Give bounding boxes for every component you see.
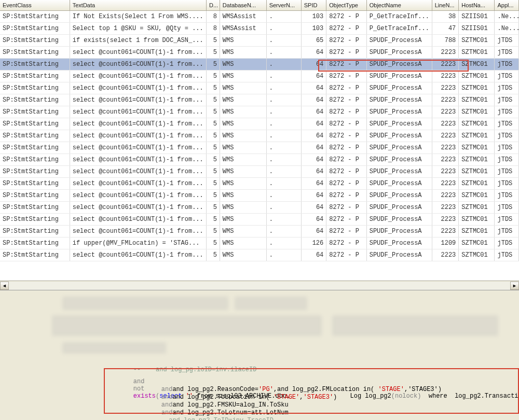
cell-LineNumber: 2223: [432, 189, 459, 201]
cell-LineNumber: 2223: [432, 213, 459, 225]
table-row[interactable]: SP:StmtStartingselect @count061=COUNT(1)…: [0, 225, 519, 237]
sql-line-6: --and log_pg2.ToID=inv.TraceID: [146, 410, 274, 420]
column-header-SPID[interactable]: SPID: [301, 0, 326, 10]
cell-HostName: SZTMC01: [459, 165, 495, 177]
cell-HostName: SZTMC01: [459, 130, 495, 142]
column-header-D[interactable]: D...: [207, 0, 220, 10]
table-row[interactable]: SP:StmtStartingselect @count061=COUNT(1)…: [0, 70, 519, 82]
column-header-DatabaseName[interactable]: DatabaseN...: [220, 0, 266, 10]
cell-DatabaseName: WMS: [220, 82, 266, 94]
column-header-EventClass[interactable]: EventClass: [0, 0, 70, 10]
cell-ObjectName: SPUDF_ProcessA: [366, 106, 432, 118]
sql-preview-pane[interactable]: -- and log_pg.loID=inv.ilaceID and not e…: [0, 290, 519, 420]
cell-D: 5: [207, 58, 220, 70]
column-header-ObjectName[interactable]: ObjectName: [366, 0, 432, 10]
cell-DatabaseName: WMS: [220, 106, 266, 118]
cell-ObjectName: SPUDF_ProcessA: [366, 177, 432, 189]
cell-DatabaseName: WMS: [220, 189, 266, 201]
table-row[interactable]: SP:StmtStartingselect @count061=COUNT(1)…: [0, 130, 519, 142]
cell-TextData: select @count061=COUNT(1)-1 from...: [70, 142, 206, 153]
table-row[interactable]: SP:StmtStartingselect @count061=COUNT(1)…: [0, 213, 519, 225]
table-row[interactable]: SP:StmtStartingselect @count061=COUNT(1)…: [0, 142, 519, 153]
column-header-row[interactable]: EventClassTextDataD...DatabaseN...Server…: [0, 0, 519, 10]
cell-ServerName: .: [266, 10, 301, 22]
table-row[interactable]: SP:StmtStartingselect @count061=COUNT(1)…: [0, 249, 519, 261]
cell-ApplicationName: jTDS: [495, 118, 519, 130]
table-row[interactable]: SP:StmtStartingselect @count061=COUNT(1)…: [0, 82, 519, 94]
cell-HostName: SZTMC01: [459, 201, 495, 213]
cell-D: 5: [207, 153, 220, 165]
cell-ObjectName: SPUDF_ProcessA: [366, 165, 432, 177]
table-row[interactable]: SP:StmtStartingselect @count061=COUNT(1)…: [0, 106, 519, 118]
table-row[interactable]: SP:StmtStartingselect @count061=COUNT(1)…: [0, 165, 519, 177]
cell-LineNumber: 2223: [432, 82, 459, 94]
table-row[interactable]: SP:StmtStartingif upper(@MV_FMLocatin) =…: [0, 237, 519, 249]
column-header-TextData[interactable]: TextData: [70, 0, 206, 10]
trace-grid[interactable]: EventClassTextDataD...DatabaseN...Server…: [0, 0, 519, 261]
cell-TextData: if upper(@MV_FMLocatin) = 'STAG...: [70, 237, 206, 249]
cell-HostName: SZTMC01: [459, 46, 495, 58]
cell-ServerName: .: [266, 177, 301, 189]
cell-D: 5: [207, 142, 220, 153]
cell-ServerName: .: [266, 142, 301, 153]
table-row[interactable]: SP:StmtStartingIf Not Exists(Select 1 Fr…: [0, 10, 519, 22]
column-header-ApplicationName[interactable]: Appl...: [495, 0, 519, 10]
cell-HostName: SZTMC01: [459, 118, 495, 130]
scroll-track[interactable]: [9, 282, 510, 290]
cell-ServerName: .: [266, 130, 301, 142]
scroll-right-arrow-icon[interactable]: ►: [510, 282, 519, 290]
horizontal-scrollbar[interactable]: ◄ ►: [0, 281, 519, 290]
table-row[interactable]: SP:StmtStartingselect @count061=COUNT(1)…: [0, 177, 519, 189]
cell-ObjectName: SPUDF_ProcessA: [366, 237, 432, 249]
table-row[interactable]: SP:StmtStartingif exists(select 1 from D…: [0, 34, 519, 46]
cell-ObjectName: SPUDF_ProcessA: [366, 189, 432, 201]
cell-ServerName: .: [266, 58, 301, 70]
scroll-left-arrow-icon[interactable]: ◄: [0, 282, 9, 290]
cell-SPID: 64: [301, 46, 326, 58]
cell-SPID: 103: [301, 10, 326, 22]
cell-ObjectType: 8272 - P: [326, 165, 366, 177]
column-header-HostName[interactable]: HostNa...: [459, 0, 495, 10]
table-row[interactable]: SP:StmtStartingselect @count061=COUNT(1)…: [0, 58, 519, 70]
cell-LineNumber: 38: [432, 10, 459, 22]
cell-DatabaseName: WMS: [220, 130, 266, 142]
cell-ObjectName: SPUDF_ProcessA: [366, 94, 432, 106]
table-row[interactable]: SP:StmtStartingselect @count061=COUNT(1)…: [0, 201, 519, 213]
cell-TextData: if exists(select 1 from DOC_ASN_...: [70, 34, 206, 46]
cell-D: 5: [207, 70, 220, 82]
cell-ObjectType: 8272 - P: [326, 94, 366, 106]
cell-LineNumber: 2223: [432, 201, 459, 213]
cell-D: 5: [207, 177, 220, 189]
column-header-ObjectType[interactable]: ObjectType: [326, 0, 366, 10]
table-row[interactable]: SP:StmtStartingselect @count061=COUNT(1)…: [0, 46, 519, 58]
cell-ServerName: .: [266, 82, 301, 94]
cell-ApplicationName: jTDS: [495, 249, 519, 261]
cell-TextData: select @count061=COUNT(1)-1 from...: [70, 213, 206, 225]
cell-SPID: 64: [301, 249, 326, 261]
cell-EventClass: SP:StmtStarting: [0, 22, 70, 34]
table-row[interactable]: SP:StmtStartingselect @count061=COUNT(1)…: [0, 153, 519, 165]
table-row[interactable]: SP:StmtStartingselect @count061=COUNT(1)…: [0, 118, 519, 130]
cell-ObjectType: 8272 - P: [326, 130, 366, 142]
cell-EventClass: SP:StmtStarting: [0, 142, 70, 153]
cell-ObjectType: 8272 - P: [326, 58, 366, 70]
cell-ObjectType: 8272 - P: [326, 249, 366, 261]
column-header-ServerName[interactable]: ServerN...: [266, 0, 301, 10]
column-header-LineNumber[interactable]: LineN...: [432, 0, 459, 10]
table-row[interactable]: SP:StmtStartingSelect top 1 @SKU = SKU, …: [0, 22, 519, 34]
cell-EventClass: SP:StmtStarting: [0, 153, 70, 165]
cell-ObjectType: 8272 - P: [326, 142, 366, 153]
table-row[interactable]: SP:StmtStartingselect @count061=COUNT(1)…: [0, 189, 519, 201]
table-row[interactable]: SP:StmtStartingselect @count061=COUNT(1)…: [0, 94, 519, 106]
cell-TextData: select @count061=COUNT(1)-1 from...: [70, 225, 206, 237]
cell-HostName: SZTMC01: [459, 94, 495, 106]
cell-ServerName: .: [266, 165, 301, 177]
cell-DatabaseName: WMS: [220, 201, 266, 213]
cell-ServerName: .: [266, 225, 301, 237]
cell-DatabaseName: WMS: [220, 213, 266, 225]
cell-TextData: select @count061=COUNT(1)-1 from...: [70, 70, 206, 82]
cell-HostName: SZTMC01: [459, 153, 495, 165]
cell-ServerName: .: [266, 22, 301, 34]
cell-LineNumber: 2223: [432, 46, 459, 58]
cell-DatabaseName: WMS: [220, 58, 266, 70]
